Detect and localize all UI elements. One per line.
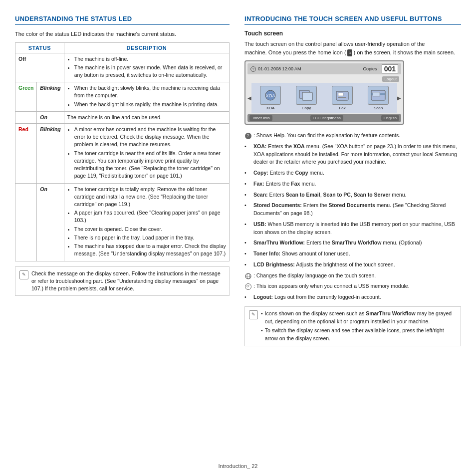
mockup-datetime: 01-01-2008 12:00 AM <box>258 66 301 71</box>
left-note-box: ✎ Check the message on the display scree… <box>15 266 230 296</box>
on-green: On <box>37 111 64 123</box>
list-item: The machine is off-line. <box>74 55 226 63</box>
list-item: • USB: When USB memory is inserted into … <box>244 220 461 238</box>
note-smarthru-text: Icons shown on the display screen such a… <box>265 310 457 326</box>
status-green-on <box>15 111 37 123</box>
bullet-help-text: : Shows Help. You can find the explanati… <box>253 132 400 140</box>
bullet-lcd-text: LCD Brightness: Adjusts the brightness o… <box>253 261 395 269</box>
bullet-sym: • <box>244 293 251 301</box>
bullet-sym: • <box>244 239 251 247</box>
globe-bullet-icon <box>244 272 251 279</box>
copies-label: Copies : <box>363 66 380 71</box>
home-icon: ⌂ <box>347 49 353 56</box>
svg-text:XOA: XOA <box>265 93 275 98</box>
list-item: The machine has stopped due to a major e… <box>74 242 226 257</box>
bullet-sym: • <box>244 261 251 269</box>
left-note-text: Check the message on the display screen.… <box>31 270 225 293</box>
usb-icon: ⟳ <box>245 283 251 290</box>
scan-icon-box <box>368 86 389 105</box>
list-item: The toner cartridge is near the end of i… <box>74 150 226 180</box>
mockup-arrow-right: ▶ <box>397 95 401 101</box>
list-item: ? : Shows Help. You can find the explana… <box>244 131 461 141</box>
xoa-icon-box: XOA <box>260 86 281 105</box>
blink-red: Blinking <box>37 124 64 184</box>
list-item: The toner cartridge is totally empty. Re… <box>74 186 226 209</box>
bullet-xoa-text: XOA: Enters the XOA menu. (See "XOA butt… <box>253 143 461 166</box>
list-item: A minor error has occurred and the machi… <box>74 126 226 149</box>
help-icon: ? <box>245 133 251 139</box>
usb-bullet-icon: ⟳ <box>244 283 251 290</box>
bullet-smarthru-text: SmarThru Workflow: Enters the SmarThru W… <box>253 239 422 247</box>
left-column: UNDERSTANDING THE STATUS LED The color o… <box>15 15 230 449</box>
note-switch-text: To switch the display screen and see oth… <box>265 327 457 343</box>
table-row: On The machine is on-line and can be use… <box>15 111 230 123</box>
bullet-toner-text: Toner Info: Shows amount of toner used. <box>253 250 350 258</box>
bullet-lang-text: : Changes the display language on the to… <box>253 272 376 280</box>
list-item: • LCD Brightness: Adjusts the brightness… <box>244 260 461 270</box>
list-item: • Copy: Enters the Copy menu. <box>244 168 461 178</box>
bullet-sym: • <box>244 180 251 188</box>
right-note-icon: ✎ <box>249 310 258 319</box>
bullet-usb-text: USB: When USB memory is inserted into th… <box>253 221 461 237</box>
mockup-footer: Toner Info LCD Brightness English <box>247 114 401 122</box>
bullet-sym: • <box>244 221 251 237</box>
list-item: There is no paper in the tray. Load pape… <box>74 234 226 241</box>
note-icon: ✎ <box>19 270 28 279</box>
scan-label: Scan <box>374 106 383 110</box>
mockup-copies: Copies : 001 <box>363 64 398 73</box>
xoa-icon-svg: XOA <box>263 88 278 102</box>
right-column: INTRODUCING THE TOUCH SCREEN AND USEFUL … <box>244 15 461 449</box>
svg-rect-6 <box>338 97 346 98</box>
bullet-fax-text: Fax: Enters the Fax menu. <box>253 180 316 188</box>
copy-icon-box <box>296 86 317 105</box>
list-item: • Logout: Logs out from the currently lo… <box>244 292 461 302</box>
table-row: Red Blinking A minor error has occurred … <box>15 124 230 184</box>
table-row: Green Blinking When the backlight slowly… <box>15 82 230 112</box>
bullet-logout-text: Logout: Logs out from the currently logg… <box>253 293 381 301</box>
desc-green-blink: When the backlight slowly blinks, the ma… <box>64 82 229 112</box>
desc-red-blink: A minor error has occurred and the machi… <box>64 124 229 184</box>
bullet-stored-text: Stored Documents: Enters the Stored Docu… <box>253 202 461 218</box>
bullet-scan-text: Scan: Enters Scan to Email, Scan to PC, … <box>253 191 406 199</box>
copy-label: Copy <box>302 106 311 110</box>
blink-green: Blinking <box>37 82 64 112</box>
help-bullet-icon: ? <box>244 132 251 139</box>
desc-red-on: The toner cartridge is totally empty. Re… <box>64 183 229 261</box>
on-red: On <box>37 183 64 261</box>
left-intro: The color of the status LED indicates th… <box>15 30 230 38</box>
scan-icon-svg <box>369 88 387 102</box>
svg-rect-9 <box>373 92 380 96</box>
feature-list: ? : Shows Help. You can find the explana… <box>244 131 461 302</box>
touch-intro-1: The touch screen on the control panel al… <box>244 40 461 56</box>
list-item: When the backlight blinks rapidly, the m… <box>74 101 226 108</box>
list-item: • XOA: Enters the XOA menu. (See "XOA bu… <box>244 142 461 167</box>
copy-icon-svg <box>297 88 315 102</box>
mockup-logout: Logout <box>382 76 399 82</box>
status-red: Red <box>15 124 37 184</box>
status-red-on <box>15 183 37 261</box>
fax-label: Fax <box>339 106 345 110</box>
table-row: On The toner cartridge is totally empty.… <box>15 183 230 261</box>
footer-toner: Toner Info <box>249 115 272 121</box>
desc-green-on: The machine is on-line and can be used. <box>64 111 229 123</box>
mockup-icon-copy: Copy <box>296 86 317 110</box>
mockup-icon-scan: Scan <box>368 86 389 110</box>
list-item: • SmarThru Workflow: Enters the SmarThru… <box>244 238 461 248</box>
bullet-usbmodule-text: : This icon appears only when you connec… <box>253 282 410 290</box>
status-header: STATUS <box>15 42 64 53</box>
fax-icon-svg <box>333 88 351 102</box>
list-item: • Stored Documents: Enters the Stored Do… <box>244 201 461 219</box>
touch-intro-2a: machine. Once you press the home icon ( <box>244 49 346 55</box>
mockup-header: ? 01-01-2008 12:00 AM Copies : 001 <box>247 63 401 74</box>
help-circle-icon: ? <box>250 66 256 72</box>
bullet-sym: • <box>244 143 251 166</box>
bullet-sym: • <box>244 191 251 199</box>
left-section-title: UNDERSTANDING THE STATUS LED <box>15 15 230 25</box>
list-item: The cover is opened. Close the cover. <box>74 226 226 233</box>
svg-rect-3 <box>302 92 312 100</box>
svg-rect-5 <box>338 93 343 96</box>
status-green: Green <box>15 82 37 112</box>
touch-screen-subtitle: Touch screen <box>244 30 461 37</box>
status-off: Off <box>15 53 64 82</box>
mockup-icon-fax: Fax <box>332 86 353 110</box>
